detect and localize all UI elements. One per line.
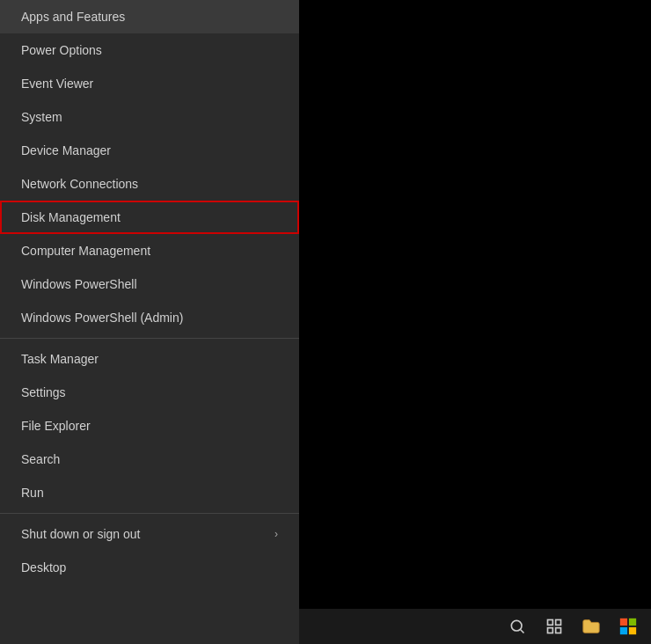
menu-item-label-event-viewer: Event Viewer: [21, 77, 93, 91]
menu-item-task-manager[interactable]: Task Manager: [0, 342, 299, 376]
menu-item-label-windows-powershell: Windows PowerShell: [21, 277, 137, 291]
menu-item-label-run: Run: [21, 486, 44, 500]
menu-item-search[interactable]: Search: [0, 443, 299, 476]
menu-item-event-viewer[interactable]: Event Viewer: [0, 67, 299, 100]
svg-rect-2: [548, 620, 553, 626]
menu-item-desktop[interactable]: Desktop: [0, 551, 299, 584]
task-view-taskbar-icon[interactable]: [538, 611, 570, 642]
menu-item-label-task-manager: Task Manager: [21, 352, 99, 366]
menu-item-label-power-options: Power Options: [21, 43, 102, 57]
menu-item-apps-features[interactable]: Apps and Features: [0, 0, 299, 33]
menu-item-label-computer-management: Computer Management: [21, 244, 150, 258]
menu-item-system[interactable]: System: [0, 100, 299, 134]
menu-item-label-disk-management: Disk Management: [21, 210, 121, 224]
menu-item-label-shut-down: Shut down or sign out: [21, 527, 140, 541]
menu-item-network-connections[interactable]: Network Connections: [0, 167, 299, 201]
svg-point-0: [511, 620, 522, 631]
svg-rect-5: [556, 628, 561, 633]
menu-item-file-explorer[interactable]: File Explorer: [0, 409, 299, 443]
svg-rect-6: [620, 618, 627, 626]
chevron-right-icon: ›: [274, 528, 278, 540]
menu-item-windows-powershell[interactable]: Windows PowerShell: [0, 267, 299, 301]
svg-rect-9: [629, 627, 636, 634]
menu-divider: [0, 513, 299, 514]
menu-item-label-system: System: [21, 110, 62, 124]
menu-item-label-apps-features: Apps and Features: [21, 10, 125, 24]
menu-item-windows-powershell-admin[interactable]: Windows PowerShell (Admin): [0, 301, 299, 334]
apps-taskbar-icon[interactable]: [612, 611, 644, 642]
svg-rect-8: [620, 627, 627, 634]
svg-rect-3: [556, 620, 561, 626]
menu-item-label-device-manager: Device Manager: [21, 143, 111, 157]
menu-item-device-manager[interactable]: Device Manager: [0, 134, 299, 167]
search-taskbar-icon[interactable]: [501, 611, 533, 642]
menu-item-shut-down[interactable]: Shut down or sign out›: [0, 517, 299, 551]
menu-item-disk-management[interactable]: Disk Management: [0, 201, 299, 234]
svg-rect-7: [629, 618, 636, 626]
menu-item-label-network-connections: Network Connections: [21, 177, 138, 191]
menu-item-label-file-explorer: File Explorer: [21, 419, 91, 433]
menu-item-computer-management[interactable]: Computer Management: [0, 234, 299, 267]
menu-item-power-options[interactable]: Power Options: [0, 33, 299, 67]
menu-divider: [0, 338, 299, 339]
menu-item-label-search: Search: [21, 452, 60, 466]
context-menu: Apps and FeaturesPower OptionsEvent View…: [0, 0, 299, 644]
svg-line-1: [521, 630, 524, 633]
file-explorer-taskbar-icon[interactable]: [575, 611, 607, 642]
menu-item-label-windows-powershell-admin: Windows PowerShell (Admin): [21, 311, 183, 325]
menu-item-label-desktop: Desktop: [21, 560, 66, 574]
menu-item-label-settings: Settings: [21, 385, 66, 399]
svg-rect-4: [548, 628, 553, 633]
menu-item-run[interactable]: Run: [0, 476, 299, 509]
menu-item-settings[interactable]: Settings: [0, 376, 299, 409]
